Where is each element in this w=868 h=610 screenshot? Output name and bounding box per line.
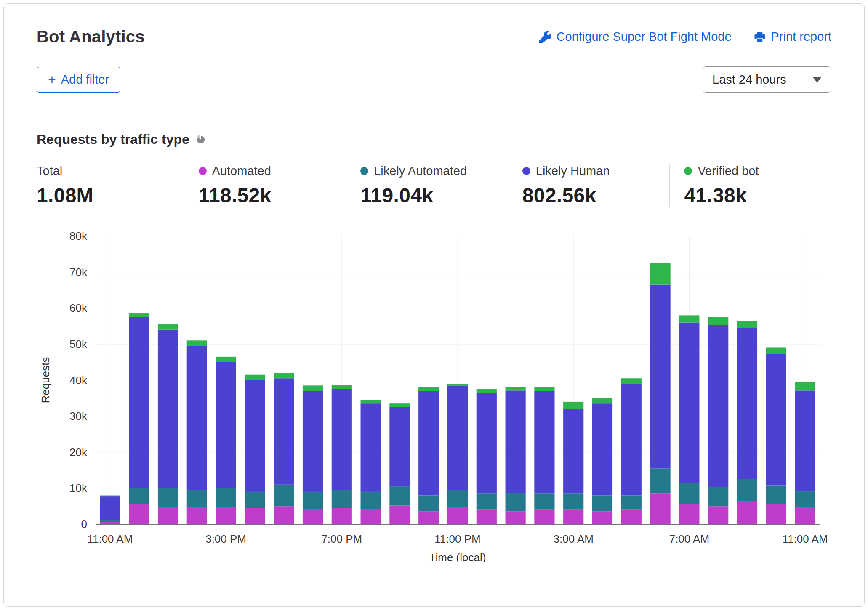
stat-automated-value: 118.52k xyxy=(199,184,346,207)
traffic-stats-row: Total 1.08M Automated 118.52k Likely Aut… xyxy=(37,164,831,207)
header: Bot Analytics Configure Super Bot Fight … xyxy=(4,4,864,113)
svg-text:3:00 AM: 3:00 AM xyxy=(553,533,593,545)
likely-automated-dot-icon xyxy=(360,167,368,175)
svg-text:10k: 10k xyxy=(69,482,88,494)
stat-verified-bot: Verified bot 41.38k xyxy=(669,164,831,207)
plus-icon: + xyxy=(48,73,56,86)
svg-text:7:00 AM: 7:00 AM xyxy=(669,533,709,545)
stat-likely-human-label: Likely Human xyxy=(536,164,610,178)
svg-text:80k: 80k xyxy=(69,230,88,242)
requests-by-traffic-type-chart: 010k20k30k40k50k60k70k80k11:00 AM3:00 PM… xyxy=(37,225,831,564)
svg-text:11:00 AM: 11:00 AM xyxy=(87,533,133,545)
svg-text:11:00 AM: 11:00 AM xyxy=(783,533,828,545)
svg-text:30k: 30k xyxy=(69,410,88,422)
wrench-icon xyxy=(539,31,551,43)
svg-text:0: 0 xyxy=(81,518,87,530)
configure-super-bot-fight-mode-link[interactable]: Configure Super Bot Fight Mode xyxy=(539,30,732,44)
configure-link-label: Configure Super Bot Fight Mode xyxy=(556,30,732,44)
automated-dot-icon xyxy=(199,167,207,175)
stat-total-label: Total xyxy=(37,164,62,178)
time-range-select[interactable]: Last 24 hours xyxy=(703,66,831,93)
chevron-down-icon xyxy=(812,77,822,82)
stat-total-value: 1.08M xyxy=(37,184,184,207)
stat-automated: Automated 118.52k xyxy=(184,164,346,207)
bot-analytics-card: Bot Analytics Configure Super Bot Fight … xyxy=(3,3,865,607)
stat-total: Total 1.08M xyxy=(37,164,184,207)
stat-automated-label: Automated xyxy=(212,164,271,178)
svg-text:7:00 PM: 7:00 PM xyxy=(321,533,362,545)
svg-text:3:00 PM: 3:00 PM xyxy=(205,533,246,545)
add-filter-button[interactable]: + Add filter xyxy=(37,67,120,93)
svg-text:40k: 40k xyxy=(69,374,88,387)
stat-likely-automated-label: Likely Automated xyxy=(374,164,467,178)
likely-human-dot-icon xyxy=(522,167,530,175)
add-filter-label: Add filter xyxy=(61,73,109,87)
verified-bot-dot-icon xyxy=(684,167,692,175)
stat-likely-automated: Likely Automated 119.04k xyxy=(346,164,508,207)
svg-text:Time (local): Time (local) xyxy=(429,551,486,562)
section-heading: Requests by traffic type xyxy=(37,132,189,147)
svg-text:Requests: Requests xyxy=(39,357,52,403)
stat-likely-human: Likely Human 802.56k xyxy=(508,164,670,207)
stat-verified-bot-value: 41.38k xyxy=(684,184,831,207)
requests-section: Requests by traffic type Total 1.08M Aut… xyxy=(4,113,864,568)
svg-text:70k: 70k xyxy=(69,266,88,278)
printer-icon xyxy=(754,31,766,43)
stat-likely-automated-value: 119.04k xyxy=(360,184,508,207)
print-link-label: Print report xyxy=(771,30,831,44)
svg-text:50k: 50k xyxy=(69,338,88,350)
page-title: Bot Analytics xyxy=(37,27,145,46)
stat-verified-bot-label: Verified bot xyxy=(698,164,759,178)
stat-likely-human-value: 802.56k xyxy=(522,184,670,207)
svg-text:11:00 PM: 11:00 PM xyxy=(434,533,480,545)
svg-text:60k: 60k xyxy=(69,302,88,314)
time-range-value: Last 24 hours xyxy=(712,73,786,87)
print-report-link[interactable]: Print report xyxy=(754,30,831,44)
svg-text:20k: 20k xyxy=(69,446,88,459)
pie-chart-icon xyxy=(195,135,205,145)
stacked-bar-chart: 010k20k30k40k50k60k70k80k11:00 AM3:00 PM… xyxy=(37,225,839,562)
